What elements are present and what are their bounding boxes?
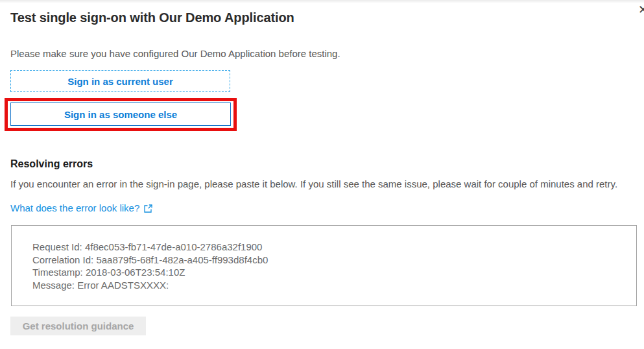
page-title: Test single sign-on with Our Demo Applic… [10,10,294,25]
error-correlation-id-line: Correlation Id: 5aa879f5-68f1-482a-a405-… [32,254,630,267]
resolving-errors-heading: Resolving errors [10,158,93,170]
sign-in-someone-else-button[interactable]: Sign in as someone else [10,102,231,126]
intro-text: Please make sure you have configured Our… [10,48,340,59]
close-icon[interactable]: ✕ [636,1,644,18]
error-request-id-line: Request Id: 4f8ec053-fb71-47de-a010-2786… [32,241,630,254]
resolving-errors-description: If you encounter an error in the sign-in… [10,177,628,191]
error-example-link-label: What does the error look like? [10,202,139,213]
error-timestamp-line: Timestamp: 2018-03-06T23:54:10Z [32,266,630,279]
sign-in-current-user-button[interactable]: Sign in as current user [10,70,230,92]
error-example-link[interactable]: What does the error look like? [10,202,152,213]
get-resolution-guidance-button: Get resolution guidance [10,317,146,335]
external-link-icon [144,204,152,213]
error-message-line: Message: Error AADSTSXXXX: [32,279,630,292]
test-sso-panel: Test single sign-on with Our Demo Applic… [0,0,644,349]
top-shadow [0,0,644,3]
error-paste-textbox[interactable]: Request Id: 4f8ec053-fb71-47de-a010-2786… [11,225,637,306]
